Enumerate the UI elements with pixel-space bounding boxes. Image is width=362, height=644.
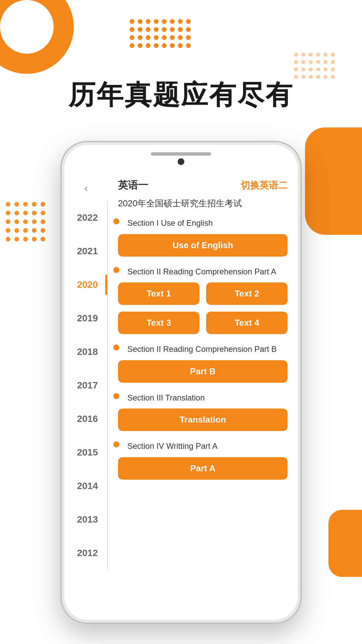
svg-point-37 [331, 53, 335, 57]
svg-point-64 [32, 211, 37, 215]
phone-notch [151, 152, 211, 156]
lang-switch-button[interactable]: 切换英语二 [241, 179, 288, 192]
svg-point-32 [294, 53, 298, 57]
svg-point-21 [170, 35, 175, 40]
year-item-2014[interactable]: 2014 [64, 469, 108, 503]
btn-use-of-english[interactable]: Use of English [118, 234, 288, 257]
svg-point-68 [23, 219, 28, 224]
dots-mid-left-svg [5, 201, 55, 245]
timeline-line [107, 201, 108, 570]
svg-point-28 [162, 43, 167, 48]
svg-point-60 [41, 202, 45, 207]
svg-point-67 [14, 219, 19, 224]
btn-row-s2: Text 1Text 2Text 3Text 4 [118, 282, 288, 334]
year-item-2022[interactable]: 2022 [64, 201, 108, 234]
svg-point-61 [6, 211, 10, 215]
year-list: 2022202120202019201820172016201520142013… [64, 201, 108, 570]
year-item-2012[interactable]: 2012 [64, 536, 108, 570]
btn-part-b[interactable]: Part B [118, 360, 288, 383]
phone-content: ‹ 20222021202020192018201720162015201420… [64, 172, 298, 620]
svg-point-7 [186, 19, 191, 24]
btn-row-s1: Use of English [118, 234, 288, 257]
svg-point-5 [170, 19, 175, 24]
svg-point-20 [162, 35, 167, 40]
svg-point-17 [138, 35, 142, 40]
year-item-2017[interactable]: 2017 [64, 369, 108, 402]
year-item-2019[interactable]: 2019 [64, 302, 108, 335]
dots-top-center-svg [129, 18, 199, 52]
svg-point-42 [323, 60, 327, 64]
phone-frame: ‹ 20222021202020192018201720162015201420… [60, 141, 302, 624]
btn-text-2[interactable]: Text 2 [206, 282, 288, 305]
phone-mockup: ‹ 20222021202020192018201720162015201420… [60, 141, 302, 624]
svg-point-16 [130, 35, 134, 40]
svg-point-10 [146, 27, 150, 32]
year-item-2013[interactable]: 2013 [64, 503, 108, 536]
svg-point-66 [6, 219, 10, 224]
phone-camera [178, 158, 184, 165]
back-button[interactable]: ‹ [84, 182, 88, 194]
svg-point-25 [138, 43, 142, 48]
section-label-s5: Section IV Writting Part A [118, 440, 288, 452]
section-label-s1: Section I Use of English [118, 217, 288, 229]
svg-point-9 [138, 27, 142, 32]
btn-part-a[interactable]: Part A [118, 457, 288, 480]
svg-point-27 [154, 43, 159, 48]
svg-point-72 [14, 228, 19, 233]
svg-point-44 [294, 67, 298, 71]
main-content-area[interactable]: 英语一 切换英语二 2020年全国硕士研究生招生考试 Section I Use… [108, 172, 298, 620]
svg-point-77 [14, 237, 19, 241]
section-block-s3: Section II Reading Comprehension Part BP… [118, 343, 288, 383]
svg-point-38 [294, 60, 298, 64]
svg-point-49 [331, 67, 335, 71]
svg-point-78 [23, 237, 28, 241]
section-label-s4: Section III Translation [118, 392, 288, 404]
btn-text-1[interactable]: Text 1 [118, 282, 199, 305]
svg-point-58 [23, 202, 28, 207]
svg-point-45 [301, 67, 305, 71]
exam-title: 2020年全国硕士研究生招生考试 [118, 198, 288, 209]
bg-circle-top-left [0, 0, 74, 74]
year-item-2015[interactable]: 2015 [64, 436, 108, 469]
svg-point-74 [32, 228, 37, 233]
svg-point-29 [170, 43, 175, 48]
section-block-s1: Section I Use of EnglishUse of English [118, 217, 288, 257]
svg-point-31 [186, 43, 191, 48]
svg-point-65 [41, 211, 45, 215]
svg-point-12 [162, 27, 167, 32]
btn-translation[interactable]: Translation [118, 409, 288, 431]
svg-point-3 [154, 19, 159, 24]
svg-point-71 [6, 228, 10, 233]
svg-point-48 [323, 67, 327, 71]
section-block-s4: Section III TranslationTranslation [118, 392, 288, 431]
svg-point-47 [316, 67, 320, 71]
btn-row-s4: Translation [118, 409, 288, 431]
lang-title: 英语一 [118, 178, 148, 192]
btn-text-4[interactable]: Text 4 [206, 312, 288, 334]
headline: 历年真题应有尽有 [0, 77, 362, 113]
btn-row-s3: Part B [118, 360, 288, 383]
svg-point-26 [146, 43, 150, 48]
svg-point-4 [162, 19, 167, 24]
section-block-s2: Section II Reading Comprehension Part AT… [118, 266, 288, 334]
svg-point-8 [130, 27, 134, 32]
svg-point-62 [14, 211, 19, 215]
sections-container: Section I Use of EnglishUse of EnglishSe… [118, 217, 288, 480]
svg-point-69 [32, 219, 37, 224]
year-item-2016[interactable]: 2016 [64, 402, 108, 436]
year-item-2020[interactable]: 2020 [64, 268, 108, 302]
svg-point-63 [23, 211, 28, 215]
svg-point-79 [32, 237, 37, 241]
year-item-2021[interactable]: 2021 [64, 234, 108, 268]
svg-point-43 [331, 60, 335, 64]
svg-point-23 [186, 35, 191, 40]
svg-point-36 [323, 53, 327, 57]
svg-point-59 [32, 202, 37, 207]
btn-text-3[interactable]: Text 3 [118, 312, 199, 334]
svg-point-19 [154, 35, 159, 40]
svg-point-1 [138, 19, 142, 24]
year-item-2018[interactable]: 2018 [64, 335, 108, 369]
svg-point-0 [130, 19, 134, 24]
svg-point-13 [170, 27, 175, 32]
sidebar: ‹ 20222021202020192018201720162015201420… [64, 172, 108, 620]
